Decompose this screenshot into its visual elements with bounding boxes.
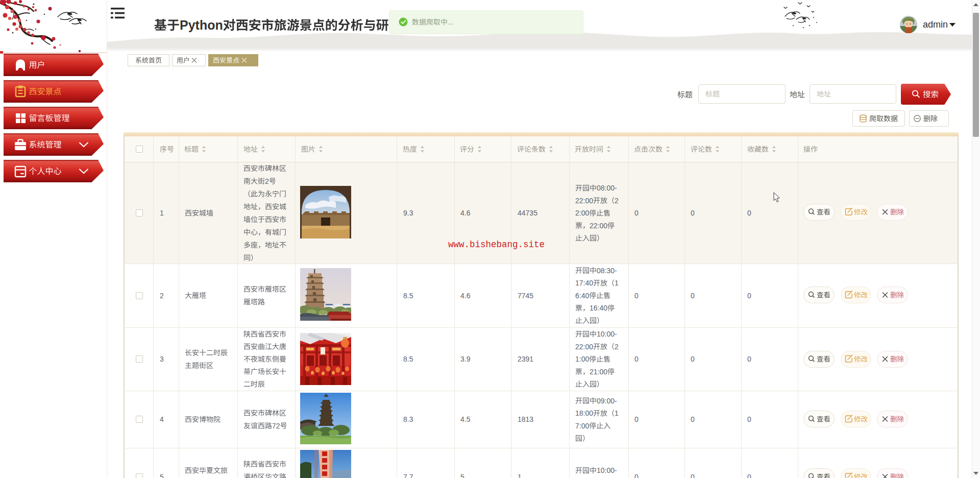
svg-text:Python: Python <box>180 18 223 32</box>
